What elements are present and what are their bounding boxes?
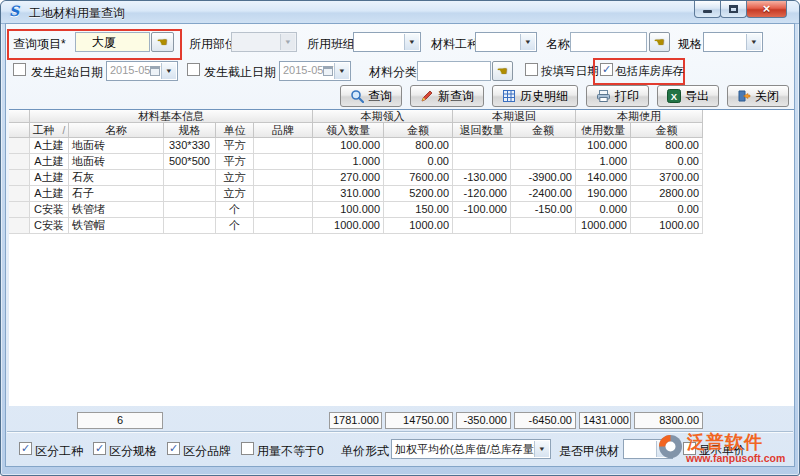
- row-selector[interactable]: [9, 218, 30, 234]
- close-button[interactable]: 关闭: [727, 85, 789, 107]
- table-row[interactable]: C安装 铁管堵 个 100.000 150.00 -100.000 -150.0…: [9, 202, 794, 218]
- close-window-button[interactable]: ×: [746, 1, 787, 18]
- material-category-browse-button[interactable]: ☚: [492, 61, 513, 81]
- col-header-return-amt[interactable]: 金额: [511, 123, 576, 138]
- material-trade-select[interactable]: ▼: [475, 32, 537, 52]
- col-header-spec[interactable]: 规格: [164, 123, 216, 138]
- dropdown-arrow-icon[interactable]: ▼: [746, 34, 761, 50]
- row-filler: [703, 170, 794, 186]
- row-selector[interactable]: [9, 138, 30, 154]
- cell-trade: A土建: [30, 186, 69, 202]
- cell-received-amt: 0.00: [384, 154, 453, 170]
- dropdown-arrow-icon[interactable]: ▼: [334, 63, 349, 79]
- material-category-input[interactable]: [417, 61, 491, 81]
- sort-indicator-icon: /: [63, 125, 66, 136]
- col-header-brand[interactable]: 品牌: [254, 123, 313, 138]
- print-button[interactable]: 打印: [586, 85, 649, 107]
- cell-return-qty: [453, 138, 511, 154]
- by-fill-date-checkbox[interactable]: [525, 63, 538, 76]
- cell-received-qty: 270.000: [313, 170, 384, 186]
- project-input[interactable]: [75, 32, 150, 52]
- start-date-checkbox[interactable]: [13, 63, 26, 76]
- cell-unit: 立方: [216, 186, 254, 202]
- used-part-label: 所用部位: [189, 36, 237, 53]
- row-selector[interactable]: [9, 186, 30, 202]
- cell-brand: [254, 186, 313, 202]
- summary-return-amt: -6450.00: [514, 412, 576, 429]
- used-team-label: 所用班组: [307, 36, 355, 53]
- table-row[interactable]: A土建 地面砖 500*500 平方 1.000 0.00 1.000 0.00: [9, 154, 794, 170]
- start-date-picker[interactable]: 2015-05-27 ▼: [106, 61, 178, 81]
- col-header-unit[interactable]: 单位: [216, 123, 254, 138]
- new-query-button[interactable]: 新查询: [410, 85, 484, 107]
- grid-icon: [502, 89, 516, 103]
- col-header-name[interactable]: 名称: [69, 123, 164, 138]
- split-spec-checkbox[interactable]: ✓: [93, 442, 106, 455]
- maximize-button[interactable]: [720, 1, 747, 18]
- dropdown-arrow-icon[interactable]: ▼: [534, 441, 549, 457]
- include-warehouse-label: 包括库房库存: [615, 64, 684, 79]
- history-detail-button[interactable]: 历史明细: [492, 85, 578, 107]
- close-button-label: 关闭: [755, 88, 779, 105]
- cell-used-amt: 1000.00: [631, 218, 703, 234]
- split-brand-checkbox[interactable]: ✓: [167, 442, 180, 455]
- used-team-select[interactable]: ▼: [353, 32, 421, 52]
- project-label: 查询项目*: [13, 36, 66, 53]
- window-controls: ×: [695, 1, 787, 18]
- query-button-label: 查询: [368, 88, 392, 105]
- vendor-name: 泛普软件: [687, 430, 763, 454]
- end-date-checkbox[interactable]: [187, 63, 200, 76]
- titlebar[interactable]: S 工地材料用量查询 ×: [1, 1, 799, 24]
- vendor-url[interactable]: www.fanpusoft.com: [686, 452, 785, 464]
- col-header-return-qty[interactable]: 退回数量: [453, 123, 511, 138]
- table-row[interactable]: A土建 石子 立方 310.000 5200.00 -120.000 -2400…: [9, 186, 794, 202]
- query-button[interactable]: 查询: [340, 85, 402, 107]
- material-category-label: 材料分类: [369, 64, 417, 81]
- cell-return-qty: -130.000: [453, 170, 511, 186]
- table-row[interactable]: A土建 地面砖 330*330 平方 100.000 800.00 100.00…: [9, 138, 794, 154]
- col-header-received-qty[interactable]: 领入数量: [313, 123, 384, 138]
- close-icon: ×: [747, 1, 786, 17]
- col-header-used-amt[interactable]: 金额: [631, 123, 703, 138]
- row-selector[interactable]: [9, 154, 30, 170]
- material-name-input[interactable]: [570, 32, 647, 52]
- cell-trade: A土建: [30, 154, 69, 170]
- minimize-button[interactable]: [694, 1, 721, 18]
- row-selector[interactable]: [9, 202, 30, 218]
- row-filler: [703, 138, 794, 154]
- export-button[interactable]: X 导出: [657, 85, 719, 107]
- spec-select[interactable]: ▼: [703, 32, 763, 52]
- usage-nonzero-checkbox[interactable]: [241, 442, 254, 455]
- group-header-basic-info: 材料基本信息: [30, 110, 313, 123]
- calendar-icon: [150, 66, 160, 76]
- material-name-browse-button[interactable]: ☚: [649, 32, 670, 52]
- include-warehouse-checkbox[interactable]: ✓: [600, 63, 613, 76]
- col-header-filler: [703, 123, 794, 138]
- col-header-trade[interactable]: 工种/: [30, 123, 69, 138]
- table-group-header: 材料基本信息 本期领入 本期退回 本期使用: [9, 110, 794, 123]
- project-browse-button[interactable]: ☚: [151, 32, 174, 52]
- summary-used-amt: 8300.00: [634, 412, 703, 429]
- app-icon: S: [9, 3, 25, 19]
- svg-text:X: X: [671, 91, 678, 102]
- dropdown-arrow-icon[interactable]: ▼: [404, 34, 419, 50]
- col-header-received-amt[interactable]: 金额: [384, 123, 453, 138]
- dropdown-arrow-icon[interactable]: ▼: [520, 34, 535, 50]
- cell-spec: 500*500: [164, 154, 216, 170]
- cell-return-amt: [511, 218, 576, 234]
- dropdown-arrow-icon[interactable]: ▼: [161, 63, 176, 79]
- vendor-logo: 泛普软件 www.fanpusoft.com: [657, 430, 795, 468]
- cell-used-amt: 2800.00: [631, 186, 703, 202]
- table-row[interactable]: A土建 石灰 立方 270.000 7600.00 -130.000 -3900…: [9, 170, 794, 186]
- price-form-select[interactable]: 加权平均价(总库值/总库存量) ▼: [391, 439, 551, 459]
- cell-brand: [254, 138, 313, 154]
- row-selector[interactable]: [9, 170, 30, 186]
- table-row[interactable]: C安装 铁管帽 个 1000.000 1000.00 1000.000 1000…: [9, 218, 794, 234]
- col-header-used-qty[interactable]: 使用数量: [576, 123, 631, 138]
- cell-return-qty: [453, 218, 511, 234]
- end-date-picker[interactable]: 2015-05-27 ▼: [279, 61, 351, 81]
- split-trade-checkbox[interactable]: ✓: [19, 442, 32, 455]
- cell-received-amt: 150.00: [384, 202, 453, 218]
- cell-received-qty: 1000.000: [313, 218, 384, 234]
- summary-row-count: 6: [77, 412, 163, 429]
